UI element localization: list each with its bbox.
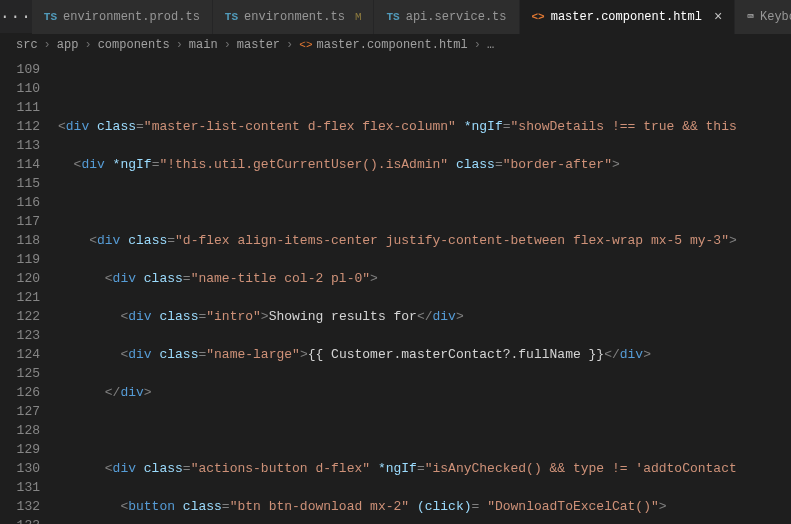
line-number: 128: [0, 421, 40, 440]
breadcrumb-file[interactable]: master.component.html: [316, 38, 467, 52]
line-number: 115: [0, 174, 40, 193]
breadcrumb-item[interactable]: master: [237, 38, 280, 52]
line-number: 125: [0, 364, 40, 383]
ts-icon: TS: [386, 11, 399, 23]
html-icon: <>: [299, 39, 312, 51]
code-content[interactable]: <div class="master-list-content d-flex f…: [58, 56, 791, 524]
line-number: 110: [0, 79, 40, 98]
tabs: TS environment.prod.ts TS environment.ts…: [32, 0, 791, 34]
breadcrumb-item[interactable]: src: [16, 38, 38, 52]
line-numbers: 1091101111121131141151161171181191201211…: [0, 56, 58, 524]
line-number: 122: [0, 307, 40, 326]
editor[interactable]: 1091101111121131141151161171181191201211…: [0, 56, 791, 524]
tab-environment-prod[interactable]: TS environment.prod.ts: [32, 0, 213, 34]
breadcrumb-tail[interactable]: …: [487, 38, 494, 52]
line-number: 117: [0, 212, 40, 231]
breadcrumb-item[interactable]: components: [98, 38, 170, 52]
line-number: 111: [0, 98, 40, 117]
chevron-right-icon: ›: [474, 38, 481, 52]
ts-icon: TS: [44, 11, 57, 23]
line-number: 132: [0, 497, 40, 516]
line-number: 112: [0, 117, 40, 136]
tab-environment[interactable]: TS environment.ts M: [213, 0, 375, 34]
tab-label: master.component.html: [551, 10, 702, 24]
tab-keyboard[interactable]: ⌨ Keyboa: [735, 0, 791, 34]
tab-label: environment.ts: [244, 10, 345, 24]
chevron-right-icon: ›: [224, 38, 231, 52]
tab-api-service[interactable]: TS api.service.ts: [374, 0, 519, 34]
line-number: 109: [0, 60, 40, 79]
tab-label: Keyboa: [760, 10, 791, 24]
line-number: 114: [0, 155, 40, 174]
keyboard-icon: ⌨: [747, 10, 754, 23]
chevron-right-icon: ›: [286, 38, 293, 52]
line-number: 120: [0, 269, 40, 288]
breadcrumb-item[interactable]: app: [57, 38, 79, 52]
ts-icon: TS: [225, 11, 238, 23]
modified-indicator: M: [355, 11, 362, 23]
tab-label: environment.prod.ts: [63, 10, 200, 24]
line-number: 121: [0, 288, 40, 307]
more-icon[interactable]: ···: [0, 0, 32, 34]
line-number: 130: [0, 459, 40, 478]
html-icon: <>: [532, 11, 545, 23]
line-number: 133: [0, 516, 40, 524]
chevron-right-icon: ›: [44, 38, 51, 52]
breadcrumb[interactable]: src› app› components› main› master› <> m…: [0, 34, 791, 56]
line-number: 126: [0, 383, 40, 402]
tab-bar: ··· TS environment.prod.ts TS environmen…: [0, 0, 791, 34]
breadcrumb-item[interactable]: main: [189, 38, 218, 52]
line-number: 119: [0, 250, 40, 269]
chevron-right-icon: ›: [84, 38, 91, 52]
line-number: 131: [0, 478, 40, 497]
tab-label: api.service.ts: [406, 10, 507, 24]
line-number: 123: [0, 326, 40, 345]
line-number: 127: [0, 402, 40, 421]
tab-master-component[interactable]: <> master.component.html ×: [520, 0, 736, 34]
line-number: 124: [0, 345, 40, 364]
line-number: 118: [0, 231, 40, 250]
line-number: 116: [0, 193, 40, 212]
chevron-right-icon: ›: [176, 38, 183, 52]
line-number: 113: [0, 136, 40, 155]
line-number: 129: [0, 440, 40, 459]
close-icon[interactable]: ×: [714, 9, 722, 25]
